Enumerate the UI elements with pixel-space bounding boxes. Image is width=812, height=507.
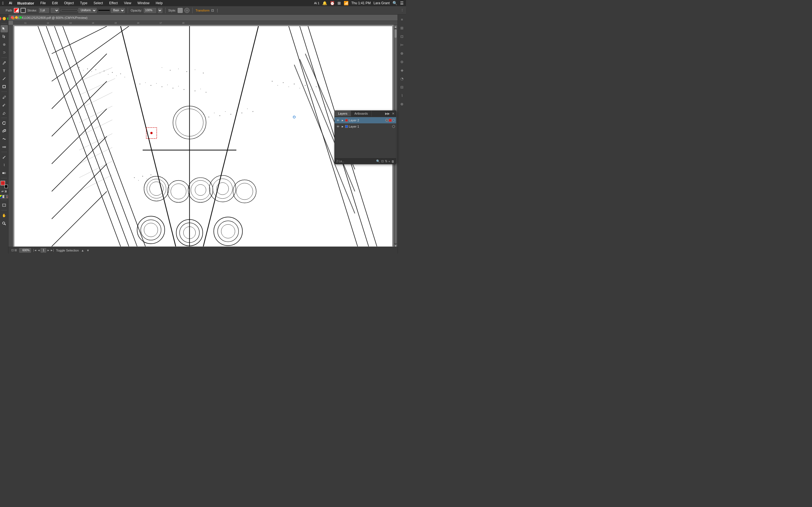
type-tool[interactable]: T <box>1 67 8 74</box>
stroke-color-swatch[interactable] <box>4 185 8 188</box>
toggle-nav-next[interactable]: ▼ <box>86 249 89 252</box>
transform-button[interactable]: Transform <box>195 9 209 12</box>
layer-2-arrow[interactable]: ▶ <box>341 119 344 122</box>
paintbrush-tool[interactable] <box>1 93 8 101</box>
transform-icon-1[interactable]: ⊡ <box>211 8 214 12</box>
blend-tool[interactable] <box>1 143 8 151</box>
stroke-unit-select[interactable]: pt <box>51 8 59 13</box>
opacity-input[interactable] <box>144 8 156 13</box>
apple-logo[interactable]:  <box>2 1 4 5</box>
selection-tool[interactable] <box>1 25 8 33</box>
pen-tool[interactable] <box>1 59 8 66</box>
prev-page-btn[interactable]: |◄ <box>33 249 37 252</box>
menu-view[interactable]: View <box>123 1 133 6</box>
tab-artboards[interactable]: Artboards <box>351 111 371 116</box>
stroke-fill-indicator[interactable] <box>20 8 26 13</box>
doc-icon-1[interactable]: ⊡ <box>11 248 14 252</box>
zoom-tool[interactable] <box>1 220 8 227</box>
eyedropper-tool[interactable] <box>1 154 8 161</box>
page-input[interactable] <box>41 248 46 252</box>
tab-layers[interactable]: Layers <box>335 111 351 116</box>
menu-illustrator[interactable]: Illustrator <box>16 1 35 6</box>
stroke-style-select[interactable]: Uniform <box>79 8 97 13</box>
layer-row-2[interactable]: 👁 ▶ Layer 2 <box>335 117 396 123</box>
pencil-tool[interactable] <box>1 101 8 108</box>
right-panel-btn-6[interactable]: ⊜ <box>398 58 406 65</box>
layer-delete-icon[interactable]: 🗑 <box>391 160 395 163</box>
scroll-up-btn[interactable]: ▲ <box>394 25 397 28</box>
right-panel-btn-8[interactable]: ◔ <box>398 75 406 82</box>
opacity-dropdown[interactable] <box>158 8 162 13</box>
menu-select[interactable]: Select <box>93 1 104 6</box>
right-panel-btn-4[interactable]: ⊨ <box>398 41 406 48</box>
bluetooth-icon[interactable]: ⊞ <box>338 1 341 5</box>
right-panel-btn-3[interactable]: ⊡ <box>398 33 406 40</box>
right-panel-btn-9[interactable]: ⊟ <box>398 83 406 91</box>
none-mode[interactable] <box>6 195 9 198</box>
menu-file[interactable]: File <box>39 1 47 6</box>
toggle-nav-prev[interactable]: ▲ <box>81 249 84 252</box>
transform-icon-2[interactable]: ⋮ <box>216 8 219 12</box>
layer-1-visibility[interactable]: 👁 <box>336 124 340 129</box>
doc-min-btn[interactable] <box>15 16 18 19</box>
menu-help[interactable]: Help <box>154 1 164 6</box>
layer-2-visibility[interactable]: 👁 <box>336 118 340 122</box>
layer-2-lock[interactable] <box>392 119 395 122</box>
right-panel-btn-2[interactable]: ⊞ <box>398 24 406 32</box>
right-panel-btn-5[interactable]: ⊕ <box>398 50 406 57</box>
stroke-value-input[interactable] <box>39 8 49 13</box>
options-right-icon[interactable]: ⋮ <box>401 8 404 12</box>
doc-close-btn[interactable] <box>11 16 13 19</box>
close-button[interactable] <box>0 17 1 20</box>
direct-selection-tool[interactable] <box>1 33 8 40</box>
prev-page-btn2[interactable]: ◄ <box>38 249 40 252</box>
right-panel-btn-11[interactable]: ⊗ <box>398 100 406 108</box>
gradient-mode[interactable] <box>3 195 6 198</box>
menu-window[interactable]: Window <box>136 1 151 6</box>
menu-edit[interactable]: Edit <box>51 1 59 6</box>
magic-wand-tool[interactable]: ⊛ <box>1 41 8 48</box>
lasso-tool[interactable]: ⊃ <box>1 49 8 56</box>
measure-tool[interactable]: ⌇ <box>1 161 8 169</box>
screen-mode-tool[interactable] <box>1 202 8 209</box>
menu-extra-icon[interactable]: ☰ <box>400 1 404 5</box>
style-circle[interactable]: ○ <box>185 8 190 13</box>
right-panel-btn-1[interactable]: ≡ <box>398 16 406 23</box>
warp-tool[interactable] <box>1 135 8 143</box>
right-panel-btn-10[interactable]: ⌇ <box>398 92 406 99</box>
swap-colors-icon[interactable]: ⇄ <box>1 190 4 193</box>
search-icon[interactable]: 🔍 <box>393 1 397 5</box>
brush-color-indicator[interactable] <box>14 8 19 13</box>
color-mode[interactable] <box>0 195 2 198</box>
default-colors-icon[interactable]: ◨ <box>4 190 7 193</box>
layer-make-clip-icon[interactable]: ⊡ <box>381 159 384 163</box>
scale-tool[interactable] <box>1 127 8 135</box>
layer-row-1[interactable]: 👁 ▶ Layer 1 <box>335 123 396 129</box>
menu-object[interactable]: Object <box>63 1 75 6</box>
style-color-box[interactable] <box>177 8 183 13</box>
minimize-button[interactable] <box>3 17 6 20</box>
wifi-icon[interactable]: 📶 <box>344 1 349 5</box>
scroll-thumb-v[interactable] <box>395 29 397 38</box>
gradient-tool[interactable] <box>1 169 8 177</box>
layer-2-target[interactable] <box>386 119 388 122</box>
eraser-tool[interactable] <box>1 109 8 116</box>
line-style-select[interactable]: Basic <box>111 8 125 13</box>
next-page-btn2[interactable]: ►| <box>50 249 54 252</box>
menu-type[interactable]: Type <box>79 1 89 6</box>
layer-new-icon[interactable]: + <box>389 160 390 163</box>
menu-effect[interactable]: Effect <box>108 1 119 6</box>
rotate-tool[interactable] <box>1 119 8 127</box>
panel-close-btn[interactable]: ✕ <box>391 111 395 116</box>
line-tool[interactable] <box>1 75 8 82</box>
notification-icon[interactable]: 🔔 <box>322 1 327 5</box>
rectangle-tool[interactable] <box>1 83 8 90</box>
layer-move-to-icon[interactable]: ⇅ <box>385 159 388 163</box>
hand-tool[interactable]: ✋ <box>1 212 8 219</box>
layer-1-arrow[interactable]: ▶ <box>341 125 344 128</box>
doc-icon-2[interactable]: ⊞ <box>14 248 17 252</box>
layer-search-icon[interactable]: 🔍 <box>376 159 380 163</box>
zoom-input[interactable] <box>19 248 31 252</box>
right-panel-btn-7[interactable]: ◈ <box>398 66 406 74</box>
next-page-btn[interactable]: ► <box>47 249 50 252</box>
